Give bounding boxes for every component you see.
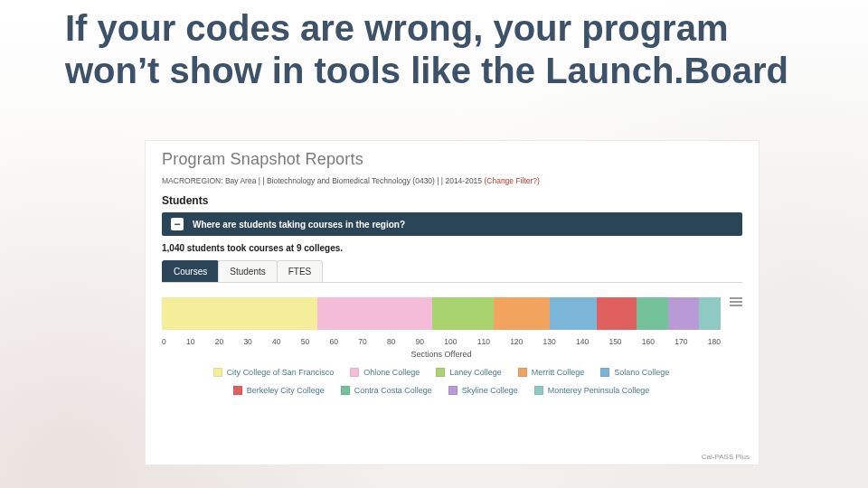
bar-segment[interactable] (699, 297, 721, 330)
tab-students[interactable]: Students (218, 260, 277, 282)
axis-tick: 30 (243, 337, 251, 346)
chart-area: 0102030405060708090100110120130140150160… (162, 297, 742, 395)
change-filter-link[interactable]: (Change Filter?) (484, 176, 539, 185)
legend-item[interactable]: Monterey Peninsula College (534, 386, 650, 395)
filter-line: MACROREGION: Bay Area | | Biotechnology … (162, 176, 742, 185)
tabs: Courses Students FTES (162, 260, 742, 283)
legend-item[interactable]: Merritt College (518, 368, 585, 377)
x-axis-label: Sections Offered (162, 350, 721, 359)
legend-item[interactable]: Solano College (600, 368, 669, 377)
chart-menu-icon[interactable] (730, 296, 742, 308)
legend-swatch (436, 368, 445, 377)
summary-text: 1,040 students took courses at 9 college… (162, 243, 742, 253)
axis-tick: 180 (708, 337, 721, 346)
legend-swatch (448, 386, 458, 395)
axis-tick: 20 (215, 337, 223, 346)
report-title: Program Snapshot Reports (162, 150, 742, 169)
filter-value: Bay Area | | Biotechnology and Biomedica… (225, 176, 482, 185)
legend-label: Berkeley City College (247, 386, 325, 395)
legend-item[interactable]: Ohlone College (350, 368, 420, 377)
legend-label: Laney College (449, 368, 502, 377)
legend-label: Merritt College (532, 368, 585, 377)
tab-ftes[interactable]: FTES (277, 260, 324, 282)
legend-item[interactable]: City College of San Francisco (213, 368, 335, 377)
legend-swatch (518, 368, 527, 377)
bar-segment[interactable] (432, 297, 495, 330)
axis-tick: 40 (272, 337, 280, 346)
legend-swatch (341, 386, 350, 395)
axis-tick: 150 (609, 337, 621, 346)
report-card: Program Snapshot Reports MACROREGION: Ba… (145, 140, 760, 465)
axis-tick: 90 (416, 337, 424, 346)
question-text: Where are students taking courses in the… (193, 220, 405, 230)
axis-tick: 120 (510, 337, 523, 346)
axis-tick: 100 (444, 337, 457, 346)
legend-swatch (350, 368, 359, 377)
legend-swatch (213, 368, 222, 377)
section-heading-students: Students (162, 194, 742, 207)
axis-tick: 140 (576, 337, 589, 346)
bar-segment[interactable] (597, 297, 637, 330)
bar-segment[interactable] (317, 297, 432, 330)
axis-tick: 130 (543, 337, 556, 346)
slide-title: If your codes are wrong, your program wo… (65, 7, 832, 92)
bar-segment[interactable] (637, 297, 667, 330)
bar-segment[interactable] (162, 297, 317, 330)
legend-label: Solano College (614, 368, 669, 377)
chart-legend: City College of San FranciscoOhlone Coll… (162, 368, 721, 395)
x-axis-ticks: 0102030405060708090100110120130140150160… (162, 337, 721, 346)
axis-tick: 60 (329, 337, 337, 346)
axis-tick: 50 (301, 337, 309, 346)
legend-item[interactable]: Laney College (436, 368, 502, 377)
axis-tick: 0 (162, 337, 166, 346)
bar-segment[interactable] (550, 297, 597, 330)
stacked-bar-chart (162, 297, 721, 330)
legend-item[interactable]: Contra Costa College (341, 386, 432, 395)
question-bar[interactable]: − Where are students taking courses in t… (162, 212, 742, 236)
axis-tick: 10 (186, 337, 194, 346)
legend-label: City College of San Francisco (227, 368, 335, 377)
axis-tick: 70 (358, 337, 366, 346)
legend-label: Monterey Peninsula College (548, 386, 650, 395)
filter-label: MACROREGION: (162, 176, 223, 185)
legend-swatch (600, 368, 609, 377)
legend-swatch (534, 386, 543, 395)
legend-label: Ohlone College (363, 368, 420, 377)
axis-tick: 80 (387, 337, 395, 346)
legend-item[interactable]: Berkeley City College (233, 386, 325, 395)
legend-label: Skyline College (462, 386, 518, 395)
footer-brand: Cal-PASS Plus (702, 453, 750, 461)
legend-label: Contra Costa College (354, 386, 432, 395)
axis-tick: 170 (675, 337, 687, 346)
legend-item[interactable]: Skyline College (448, 386, 518, 395)
legend-swatch (233, 386, 242, 395)
bar-segment[interactable] (494, 297, 550, 330)
axis-tick: 110 (477, 337, 490, 346)
axis-tick: 160 (642, 337, 655, 346)
collapse-icon[interactable]: − (171, 218, 184, 230)
tab-courses[interactable]: Courses (162, 260, 219, 282)
bar-segment[interactable] (668, 297, 699, 330)
